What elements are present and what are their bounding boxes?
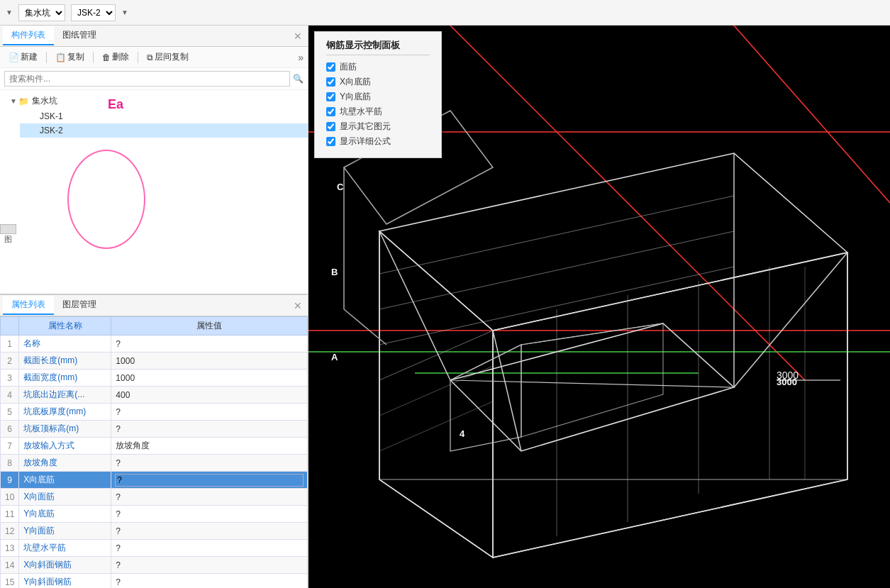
svg-line-16	[493, 331, 521, 451]
table-row[interactable]: 7 放坡输入方式 放坡角度	[1, 438, 308, 455]
tab-component-list[interactable]: 构件列表	[3, 26, 54, 45]
row-num: 14	[1, 557, 19, 574]
property-table: 属性名称 属性值 1 名称 ? 2 截面长度(mm) 1000 3 截面宽度(m…	[0, 316, 308, 588]
rebar-checkbox[interactable]	[326, 62, 335, 72]
folder-icon: 📁	[18, 96, 29, 106]
table-row[interactable]: 12 Y向面筋 ?	[1, 523, 308, 540]
table-row[interactable]: 5 坑底板厚度(mm) ?	[1, 404, 308, 421]
separator3	[138, 52, 138, 63]
prop-name: 放坡角度	[19, 455, 111, 472]
main-layout: Ea 图 构件列表 图纸管理 ✕ 📄 新建 📋	[0, 26, 890, 588]
tree-node-root[interactable]: ▼ 📁 集水坑	[6, 93, 308, 109]
prop-val[interactable]	[111, 472, 308, 489]
copy-icon: 📋	[55, 52, 66, 62]
table-row[interactable]: 14 X向斜面钢筋 ?	[1, 557, 308, 574]
prop-name: 截面宽度(mm)	[19, 370, 111, 387]
row-num: 7	[1, 438, 19, 455]
floor-copy-button[interactable]: ⧉ 层间复制	[143, 50, 193, 65]
svg-line-13	[379, 231, 450, 380]
toolbar-more[interactable]: »	[298, 52, 304, 63]
svg-line-22	[379, 196, 734, 274]
prop-name: 截面长度(mm)	[19, 353, 111, 370]
rebar-check-item[interactable]: 显示其它图元	[326, 121, 430, 133]
prop-val: 放坡角度	[111, 438, 308, 455]
table-row[interactable]: 2 截面长度(mm) 1000	[1, 353, 308, 370]
row-num: 13	[1, 540, 19, 557]
tree-area: ▼ 📁 集水坑 JSK-1 JSK-2	[0, 90, 308, 294]
table-row[interactable]: 15 Y向斜面钢筋 ?	[1, 574, 308, 589]
delete-button[interactable]: 🗑 删除	[98, 50, 133, 65]
table-row[interactable]: 10 X向面筋 ?	[1, 489, 308, 506]
property-table-wrap: 属性名称 属性值 1 名称 ? 2 截面长度(mm) 1000 3 截面宽度(m…	[0, 316, 308, 588]
rebar-check-item[interactable]: 面筋	[326, 61, 430, 73]
prop-input[interactable]	[116, 475, 303, 486]
rebar-checkbox[interactable]	[326, 122, 335, 131]
table-row[interactable]: 1 名称 ?	[1, 335, 308, 353]
rebar-checkbox[interactable]	[326, 77, 335, 87]
rebar-panel-title: 钢筋显示控制面板	[326, 39, 430, 55]
rebar-check-label: 坑壁水平筋	[340, 106, 382, 118]
copy-button[interactable]: 📋 复制	[51, 50, 89, 65]
prop-name: 坑板顶标高(m)	[19, 421, 111, 438]
table-row[interactable]: 3 截面宽度(mm) 1000	[1, 370, 308, 387]
tree-leaf-jsk2[interactable]: JSK-2	[20, 123, 308, 138]
row-num: 1	[1, 335, 19, 353]
svg-marker-8	[493, 253, 847, 558]
search-input[interactable]	[4, 71, 290, 87]
prop-name: 放坡输入方式	[19, 438, 111, 455]
table-row[interactable]: 8 放坡角度 ?	[1, 455, 308, 472]
rebar-checkbox[interactable]	[326, 107, 335, 116]
row-num: 8	[1, 455, 19, 472]
search-row: 🔍	[0, 68, 308, 90]
rebar-checkbox[interactable]	[326, 92, 335, 101]
tab-property-list[interactable]: 属性列表	[3, 296, 54, 315]
component-type-dropdown[interactable]: 集水坑	[18, 4, 65, 21]
table-row[interactable]: 9 X向底筋	[1, 472, 308, 489]
rebar-check-item[interactable]: 显示详细公式	[326, 135, 430, 148]
svg-line-20	[493, 479, 847, 558]
rebar-check-label: X向底筋	[340, 76, 371, 88]
prop-val: 1000	[111, 353, 308, 370]
component-instance-dropdown[interactable]: JSK-2	[71, 4, 116, 21]
table-row[interactable]: 13 坑壁水平筋 ?	[1, 540, 308, 557]
prop-name: X向斜面钢筋	[19, 557, 111, 574]
table-row[interactable]: 4 坑底出边距离(... 400	[1, 387, 308, 404]
tab-drawing-manage[interactable]: 图纸管理	[54, 26, 105, 45]
side-expand-button[interactable]: 图	[0, 224, 16, 234]
prop-name: 名称	[19, 335, 111, 353]
new-button[interactable]: 📄 新建	[4, 50, 42, 65]
rebar-check-item[interactable]: 坑壁水平筋	[326, 106, 430, 118]
svg-line-15	[734, 253, 847, 387]
delete-icon: 🗑	[102, 52, 111, 62]
view-3d[interactable]: 钢筋显示控制面板 面筋X向底筋Y向底筋坑壁水平筋显示其它图元显示详细公式	[308, 26, 890, 588]
tree-toggle-root[interactable]: ▼	[10, 97, 18, 105]
svg-line-27	[379, 401, 493, 451]
row-num: 5	[1, 404, 19, 421]
row-num: 6	[1, 421, 19, 438]
prop-panel-tabs: 属性列表 图层管理 ✕	[0, 295, 308, 316]
prop-panel-close[interactable]: ✕	[291, 299, 305, 313]
comp-panel-close[interactable]: ✕	[291, 29, 305, 43]
prop-name: Y向底筋	[19, 506, 111, 523]
component-list-section: 构件列表 图纸管理 ✕ 📄 新建 📋 复制 🗑 删除	[0, 26, 308, 295]
tab-layer-manage[interactable]: 图层管理	[54, 296, 105, 315]
svg-text:3000: 3000	[777, 370, 799, 381]
tree-root: ▼ 📁 集水坑 JSK-1 JSK-2	[0, 93, 308, 138]
rebar-checkbox[interactable]	[326, 137, 335, 146]
dropdown-arrow: ▼	[121, 9, 128, 16]
rebar-check-item[interactable]: Y向底筋	[326, 91, 430, 103]
prop-val: ?	[111, 540, 308, 557]
row-num: 12	[1, 523, 19, 540]
property-list-section: 属性列表 图层管理 ✕ 属性名称 属性值 1 名	[0, 295, 308, 588]
row-num: 3	[1, 370, 19, 387]
prop-val: ?	[111, 404, 308, 421]
row-num: 11	[1, 506, 19, 523]
table-row[interactable]: 6 坑板顶标高(m) ?	[1, 421, 308, 438]
tree-leaf-jsk1[interactable]: JSK-1	[20, 109, 308, 123]
rebar-check-item[interactable]: X向底筋	[326, 76, 430, 88]
svg-line-37	[344, 309, 386, 345]
row-num: 9	[1, 472, 19, 489]
table-row[interactable]: 11 Y向底筋 ?	[1, 506, 308, 523]
floor-copy-icon: ⧉	[147, 52, 153, 62]
svg-line-19	[379, 479, 493, 558]
